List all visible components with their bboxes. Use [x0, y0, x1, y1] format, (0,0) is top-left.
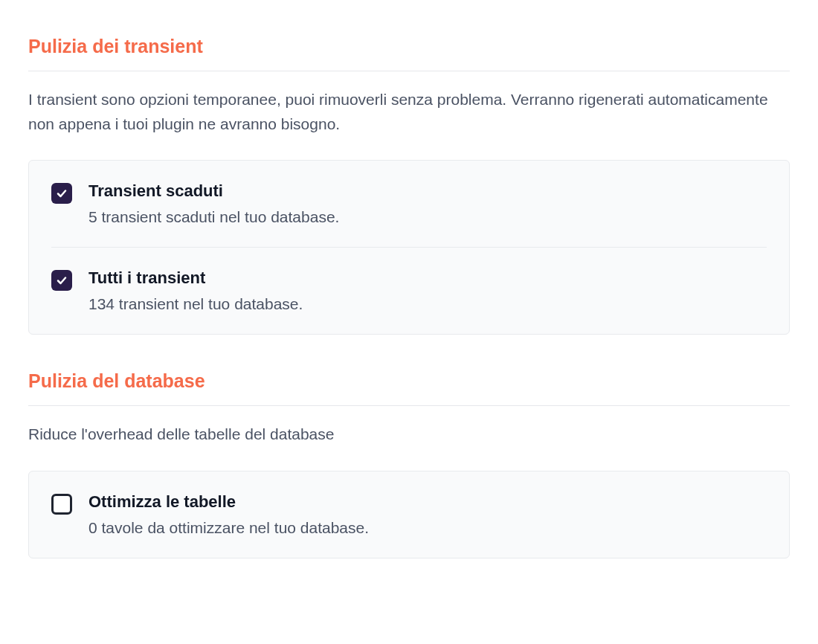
section-database-description: Riduce l'overhead delle tabelle del data… [28, 422, 790, 447]
checkbox-all-transients[interactable] [51, 270, 72, 291]
option-label-expired-transients: Transient scaduti [88, 181, 767, 201]
transients-options-box: Transient scaduti 5 transient scaduti ne… [28, 160, 790, 335]
checkbox-expired-transients[interactable] [51, 183, 72, 204]
section-database-heading: Pulizia del database [28, 370, 790, 406]
section-transients-description: I transient sono opzioni temporanee, puo… [28, 88, 790, 136]
option-row-expired-transients: Transient scaduti 5 transient scaduti ne… [51, 161, 767, 248]
option-text-optimize-tables: Ottimizza le tabelle 0 tavole da ottimiz… [88, 492, 767, 537]
option-text-expired-transients: Transient scaduti 5 transient scaduti ne… [88, 181, 767, 226]
section-database: Pulizia del database Riduce l'overhead d… [28, 335, 790, 558]
option-row-optimize-tables: Ottimizza le tabelle 0 tavole da ottimiz… [51, 471, 767, 558]
section-transients-heading: Pulizia dei transient [28, 36, 790, 71]
option-text-all-transients: Tutti i transient 134 transient nel tuo … [88, 268, 767, 313]
checkbox-optimize-tables[interactable] [51, 494, 72, 515]
option-sublabel-optimize-tables: 0 tavole da ottimizzare nel tuo database… [88, 519, 767, 537]
option-label-optimize-tables: Ottimizza le tabelle [88, 492, 767, 512]
check-icon [56, 187, 68, 199]
database-options-box: Ottimizza le tabelle 0 tavole da ottimiz… [28, 471, 790, 558]
check-icon [56, 274, 68, 286]
option-row-all-transients: Tutti i transient 134 transient nel tuo … [51, 248, 767, 334]
option-label-all-transients: Tutti i transient [88, 268, 767, 288]
option-sublabel-all-transients: 134 transient nel tuo database. [88, 295, 767, 313]
option-sublabel-expired-transients: 5 transient scaduti nel tuo database. [88, 208, 767, 226]
section-transients: Pulizia dei transient I transient sono o… [28, 0, 790, 335]
